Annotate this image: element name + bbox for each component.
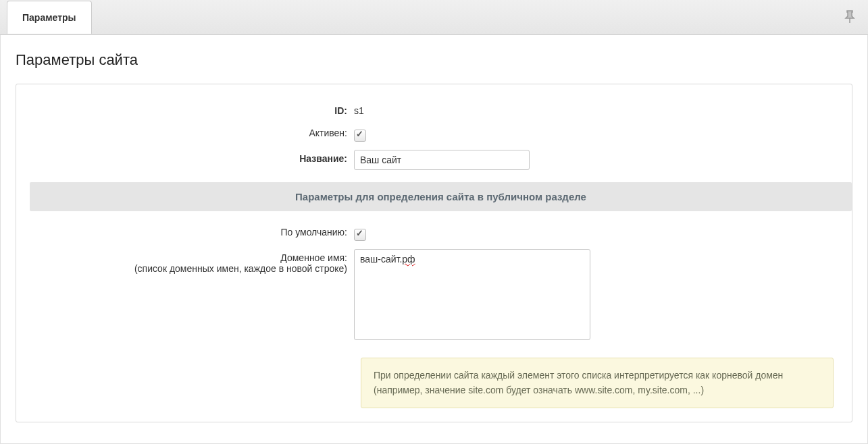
row-name: Название:: [16, 146, 852, 174]
tab-bar: Параметры: [0, 0, 868, 35]
default-label: По умолчанию:: [16, 223, 354, 238]
default-checkbox[interactable]: ✓: [354, 229, 366, 241]
active-label: Активен:: [16, 124, 354, 138]
domain-label: Доменное имя: (список доменных имен, каж…: [16, 249, 354, 274]
row-id: ID: s1: [16, 98, 852, 120]
main-panel: Параметры сайта ID: s1 Активен: ✓ Назван…: [0, 35, 868, 444]
tab-parameters[interactable]: Параметры: [7, 1, 92, 34]
domain-textarea[interactable]: ваш-сайт.рф: [354, 249, 590, 340]
name-label: Название:: [16, 150, 354, 164]
row-active: Активен: ✓: [16, 120, 852, 146]
page-title: Параметры сайта: [16, 51, 852, 69]
section-heading: Параметры для определения сайта в публич…: [30, 182, 852, 211]
active-checkbox[interactable]: ✓: [354, 130, 366, 142]
domain-label-sub: (список доменных имен, каждое в новой ст…: [134, 263, 347, 274]
id-label: ID:: [16, 102, 354, 116]
domain-label-main: Доменное имя:: [280, 252, 347, 263]
id-value: s1: [354, 102, 364, 116]
row-default: По умолчанию: ✓: [16, 219, 852, 245]
name-input[interactable]: [354, 150, 530, 170]
form-box: ID: s1 Активен: ✓ Название: Параметры дл…: [16, 84, 852, 422]
pin-icon[interactable]: [844, 9, 856, 26]
hint-box: При определении сайта каждый элемент это…: [361, 358, 834, 408]
row-domain: Доменное имя: (список доменных имен, каж…: [16, 245, 852, 344]
